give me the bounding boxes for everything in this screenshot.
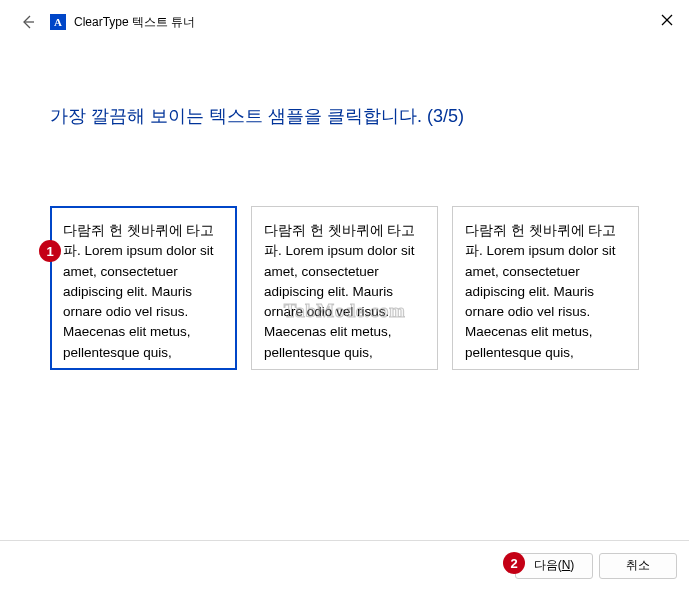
app-icon: A bbox=[50, 14, 66, 30]
close-button[interactable] bbox=[653, 6, 681, 34]
titlebar: A ClearType 텍스트 튜너 bbox=[0, 0, 689, 44]
close-icon bbox=[661, 14, 673, 26]
sample-text: 다람쥐 헌 쳇바퀴에 타고파. Lorem ipsum dolor sit am… bbox=[465, 223, 616, 360]
next-button-label: 다음(N) bbox=[534, 558, 575, 572]
content-area: 가장 깔끔해 보이는 텍스트 샘플을 클릭합니다. (3/5) 다람쥐 헌 쳇바… bbox=[0, 44, 689, 370]
next-button[interactable]: 다음(N) bbox=[515, 553, 593, 579]
annotation-badge-1: 1 bbox=[39, 240, 61, 262]
sample-card-3[interactable]: 다람쥐 헌 쳇바퀴에 타고파. Lorem ipsum dolor sit am… bbox=[452, 206, 639, 370]
cancel-button[interactable]: 취소 bbox=[599, 553, 677, 579]
sample-card-2[interactable]: 다람쥐 헌 쳇바퀴에 타고파. Lorem ipsum dolor sit am… bbox=[251, 206, 438, 370]
sample-container: 다람쥐 헌 쳇바퀴에 타고파. Lorem ipsum dolor sit am… bbox=[50, 206, 639, 370]
app-title: ClearType 텍스트 튜너 bbox=[74, 14, 195, 31]
page-heading: 가장 깔끔해 보이는 텍스트 샘플을 클릭합니다. (3/5) bbox=[50, 104, 639, 128]
arrow-left-icon bbox=[20, 14, 36, 30]
annotation-badge-2: 2 bbox=[503, 552, 525, 574]
footer: 다음(N) 취소 bbox=[0, 540, 689, 590]
back-button[interactable] bbox=[16, 10, 40, 34]
sample-text: 다람쥐 헌 쳇바퀴에 타고파. Lorem ipsum dolor sit am… bbox=[63, 223, 214, 360]
sample-text: 다람쥐 헌 쳇바퀴에 타고파. Lorem ipsum dolor sit am… bbox=[264, 223, 415, 360]
sample-card-1[interactable]: 다람쥐 헌 쳇바퀴에 타고파. Lorem ipsum dolor sit am… bbox=[50, 206, 237, 370]
